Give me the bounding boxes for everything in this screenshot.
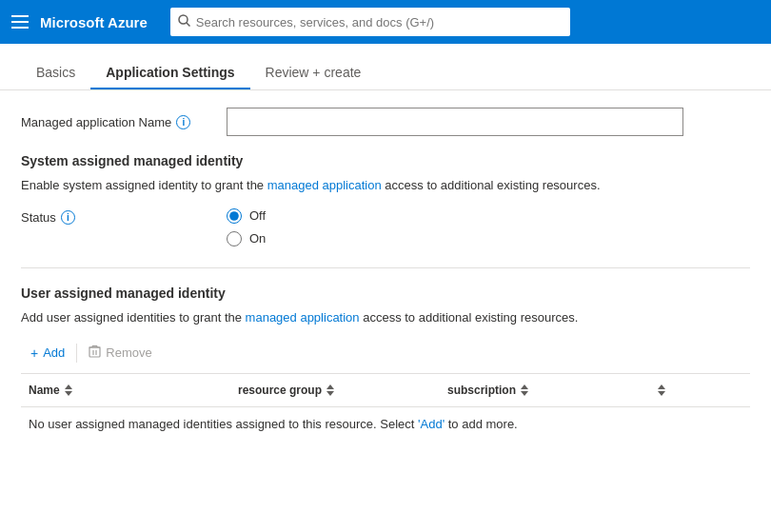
remove-button[interactable]: Remove [79, 340, 161, 365]
search-input[interactable] [196, 15, 563, 30]
app-title: Microsoft Azure [40, 14, 148, 30]
radio-on-option[interactable]: On [227, 231, 266, 246]
radio-off-input[interactable] [227, 208, 242, 224]
radio-off-option[interactable]: Off [227, 208, 266, 224]
tab-review-create[interactable]: Review + create [250, 57, 377, 89]
add-button[interactable]: + Add [21, 341, 74, 365]
radio-on-input[interactable] [227, 231, 242, 246]
section-divider [21, 267, 750, 268]
action-toolbar: + Add Remove [21, 340, 750, 365]
toolbar-divider [76, 344, 77, 363]
main-content: Managed application Name i System assign… [0, 90, 771, 458]
status-radio-group: Off On [227, 208, 266, 246]
col-header-subscription: subscription [440, 380, 649, 401]
svg-rect-2 [11, 27, 29, 29]
user-identity-section: User assigned managed identity Add user … [21, 286, 750, 327]
user-identity-table: Name resource group subs [21, 373, 750, 441]
system-identity-heading: System assigned managed identity [21, 153, 750, 168]
svg-marker-15 [326, 391, 334, 396]
col-header-resource-group: resource group [230, 380, 440, 401]
managed-app-name-info-icon[interactable]: i [176, 115, 190, 129]
user-identity-desc: Add user assigned identities to grant th… [21, 308, 750, 327]
svg-marker-14 [326, 384, 334, 389]
svg-point-3 [179, 15, 188, 24]
col-header-name: Name [21, 380, 230, 401]
svg-marker-19 [658, 391, 665, 396]
top-nav: Microsoft Azure [0, 0, 771, 44]
table-header: Name resource group subs [21, 374, 750, 407]
managed-app-name-row: Managed application Name i [21, 108, 750, 136]
status-row: Status i Off On [21, 208, 750, 246]
system-identity-section: System assigned managed identity Enable … [21, 153, 750, 195]
search-bar[interactable] [170, 8, 570, 36]
col-header-extra [649, 380, 706, 401]
hamburger-icon[interactable] [11, 15, 29, 29]
managed-app-name-label: Managed application Name i [21, 115, 211, 129]
tabs-container: Basics Application Settings Review + cre… [0, 44, 771, 90]
add-icon: + [30, 345, 38, 361]
subscription-sort-icon[interactable] [520, 384, 529, 397]
search-icon [178, 14, 190, 30]
user-identity-link[interactable]: managed application [246, 310, 360, 325]
svg-marker-13 [65, 391, 72, 396]
resource-group-sort-icon[interactable] [326, 384, 335, 397]
svg-rect-0 [11, 15, 29, 17]
radio-on-label: On [249, 231, 266, 246]
tab-application-settings[interactable]: Application Settings [90, 57, 249, 89]
svg-marker-16 [521, 384, 528, 389]
svg-marker-18 [658, 384, 665, 389]
status-info-icon[interactable]: i [61, 210, 75, 225]
svg-line-4 [187, 23, 190, 27]
tab-basics[interactable]: Basics [21, 57, 90, 89]
svg-marker-12 [65, 384, 72, 389]
svg-marker-17 [521, 391, 528, 396]
trash-icon [89, 345, 101, 361]
table-empty-message: No user assigned managed identities assi… [21, 407, 750, 441]
system-identity-desc: Enable system assigned identity to grant… [21, 176, 750, 195]
radio-off-label: Off [249, 208, 266, 223]
user-identity-heading: User assigned managed identity [21, 286, 750, 301]
svg-rect-1 [11, 21, 29, 23]
extra-sort-icon[interactable] [657, 384, 666, 397]
system-identity-link[interactable]: managed application [267, 178, 382, 192]
status-label: Status i [21, 208, 211, 225]
svg-rect-5 [89, 347, 100, 357]
table-add-link[interactable]: 'Add' [418, 417, 445, 431]
managed-app-name-input[interactable] [227, 108, 683, 136]
name-sort-icon[interactable] [64, 384, 73, 397]
